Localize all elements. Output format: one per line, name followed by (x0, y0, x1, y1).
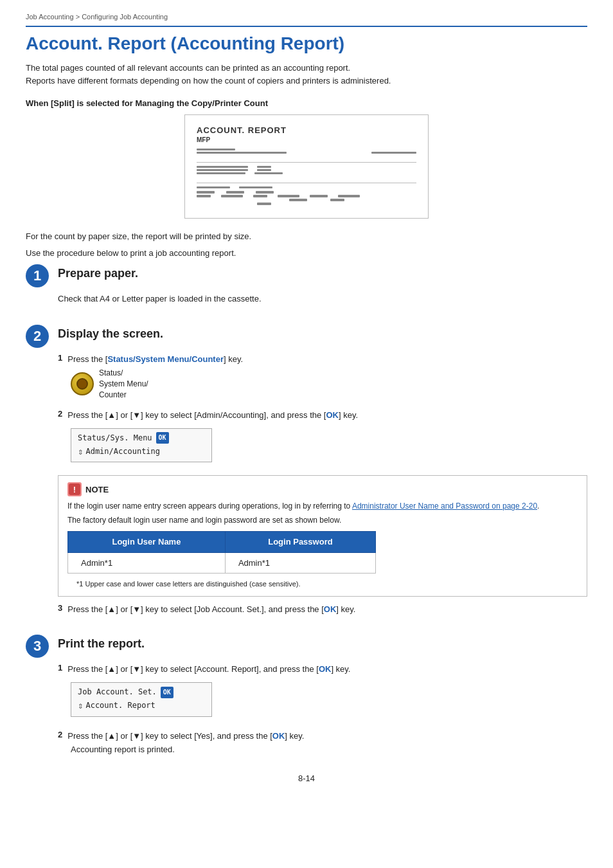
note-text-1: If the login user name entry screen appe… (67, 500, 578, 512)
step-2-substep-3-num: 3 (58, 603, 62, 613)
ok-key-4: OK (319, 664, 332, 674)
ok-badge-1: OK (156, 432, 169, 444)
note-text-2: The factory default login user name and … (67, 514, 578, 526)
screen-job-account: Job Account. Set. OK ⇕ Account. Report (71, 682, 212, 717)
login-table: Login User Name Login Password Admin*1 A… (67, 531, 376, 574)
intro-line1: The total pages counted of all relevant … (26, 62, 587, 75)
breadcrumb: Job Accounting > Configuring Job Account… (26, 13, 587, 27)
step-3-substep-2-text: Press the [▲] or [▼] key to select [Yes]… (67, 730, 304, 743)
ok-key-5: OK (272, 731, 285, 741)
report-mockup-title: ACCOUNT. REPORT (197, 125, 416, 135)
login-table-col1: Login User Name (68, 532, 226, 553)
note-box-1: ! NOTE If the login user name entry scre… (58, 475, 587, 597)
step-1-number: 1 (26, 264, 49, 287)
ok-badge-2: OK (161, 687, 173, 698)
procedure-line2: Use the procedure below to print a job a… (26, 247, 587, 260)
step-1-content: Check that A4 or Letter paper is loaded … (58, 293, 587, 305)
step-3: 3 Print the report. 1 Press the [▲] or [… (26, 633, 587, 754)
status-menu-key: Status/System Menu/Counter (107, 354, 224, 364)
procedure-line1: For the count by paper size, the report … (26, 230, 587, 243)
step-2-substep-2: 2 Press the [▲] or [▼] key to select [Ad… (58, 409, 587, 466)
note-link[interactable]: Administrator User Name and Password on … (352, 502, 537, 511)
step-2-substep-1-text: Press the [Status/System Menu/Counter] k… (67, 353, 243, 366)
intro-line2: Reports have different formats depending… (26, 75, 587, 87)
step-1-substep-1: Check that A4 or Letter paper is loaded … (58, 293, 587, 305)
intro-text: The total pages counted of all relevant … (26, 62, 587, 87)
step-3-content: 1 Press the [▲] or [▼] key to select [Ac… (58, 663, 587, 754)
svg-text:!: ! (73, 485, 76, 494)
report-mockup-subtitle: MFP (197, 136, 416, 143)
step-3-title: Print the report. (58, 633, 145, 651)
step-2-substep-3: 3 Press the [▲] or [▼] key to select [Jo… (58, 603, 587, 616)
step-3-substep-2: 2 Press the [▲] or [▼] key to select [Ye… (58, 730, 587, 755)
step-1: 1 Prepare paper. Check that A4 or Letter… (26, 263, 587, 305)
ok-key-2: OK (326, 410, 339, 420)
report-image-container: ACCOUNT. REPORT MFP (26, 114, 587, 219)
ok-key-3: OK (324, 604, 337, 614)
step-1-title: Prepare paper. (58, 263, 138, 280)
step-3-substep-1-num: 1 (58, 663, 62, 673)
split-section-heading: When [Split] is selected for Managing th… (26, 98, 587, 108)
step-3-substep-2-num: 2 (58, 730, 62, 739)
note-label: NOTE (85, 484, 109, 496)
note-footnote: *1 Upper case and lower case letters are… (76, 579, 578, 590)
login-table-row1-col2: Admin*1 (225, 552, 375, 574)
note-icon: ! (67, 482, 82, 496)
login-table-row1-col1: Admin*1 (68, 552, 226, 574)
arrow-icon-2: ⇕ (78, 698, 83, 712)
status-counter-icon (71, 372, 94, 395)
status-counter-label: Status/ System Menu/ Counter (99, 368, 148, 400)
step-2-title: Display the screen. (58, 323, 163, 341)
step-3-substep-1-text: Press the [▲] or [▼] key to select [Acco… (67, 663, 350, 676)
step-2-substep-2-num: 2 (58, 409, 62, 419)
step-3-substep-1: 1 Press the [▲] or [▼] key to select [Ac… (58, 663, 587, 720)
step-2-number: 2 (26, 325, 49, 348)
login-table-col2: Login Password (225, 532, 375, 553)
step-2-substep-2-text: Press the [▲] or [▼] key to select [Admi… (67, 409, 358, 422)
step-2: 2 Display the screen. 1 Press the [Statu… (26, 323, 587, 616)
step-1-substep-1-text: Check that A4 or Letter paper is loaded … (58, 293, 587, 305)
step-2-substep-3-text: Press the [▲] or [▼] key to select [Job … (67, 603, 355, 616)
step-3-substep-2-note: Accounting report is printed. (71, 745, 587, 754)
report-mockup: ACCOUNT. REPORT MFP (184, 114, 429, 219)
page-number: 8-14 (26, 773, 587, 783)
page-title: Account. Report (Accounting Report) (26, 33, 587, 54)
step-2-substep-1: 1 Press the [Status/System Menu/Counter]… (58, 353, 587, 401)
step-2-content: 1 Press the [Status/System Menu/Counter]… (58, 353, 587, 616)
step-2-substep-1-num: 1 (58, 353, 62, 363)
step-3-number: 3 (26, 635, 49, 658)
screen-status-sys-menu: Status/Sys. Menu OK ⇕ Admin/Accounting (71, 428, 212, 463)
arrow-icon-1: ⇕ (78, 444, 83, 458)
